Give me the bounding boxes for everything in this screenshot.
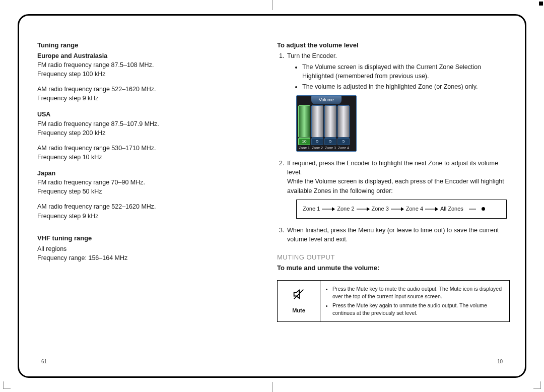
body-text: FM radio frequency range 87.5–107.9 MHz. [37,119,257,128]
page-number-right: 10 [497,359,503,364]
arrow-icon [357,207,370,212]
body-text: Frequency step 50 kHz [37,187,257,196]
crop-mark-bl [3,381,11,389]
step-text: While the Volume screen is displayed, ea… [287,178,504,194]
region-name: Europe and Australasia [37,51,257,60]
volume-bar-zone3: 5 Zone 3 [324,105,336,151]
body-text: FM radio frequency range 70–90 MHz. [37,178,257,187]
arrow-icon [425,207,438,212]
arrow-icon [322,207,335,212]
volume-screen-illustration: Volume 10 Zone 1 5 Zone 2 [296,95,357,152]
right-column: To adjust the volume level Turn the Enco… [272,41,507,366]
bullet: The Volume screen is displayed with the … [302,62,507,81]
zone-label: Zone 1 [303,205,320,213]
svg-marker-1 [332,207,335,211]
zone-label: Zone 4 [406,205,423,213]
crop-mark-top [272,0,273,10]
region-block-0: Europe and Australasia FM radio frequenc… [37,51,257,103]
svg-marker-7 [435,207,438,211]
volume-bar-zone4: 5 Zone 4 [337,105,350,151]
mute-key-cell: Mute [278,281,320,322]
svg-marker-3 [367,207,370,211]
left-column: Tuning range Europe and Australasia FM r… [37,41,272,366]
arrow-icon [391,207,404,212]
region-block-2: Japan FM radio frequency range 70–90 MHz… [37,169,257,221]
body-text: Frequency step 10 kHz [37,153,257,162]
body-text: Frequency step 200 kHz [37,128,257,138]
bullet: The volume is adjusted in the highlighte… [302,82,507,91]
zone-order-diagram: Zone 1 Zone 2 Zone 3 Zone 4 All Zones [296,200,507,219]
loop-dot-icon [482,207,485,211]
zone-label: Zone 3 [372,205,389,213]
body-text: AM radio frequency range 530–1710 MHz. [37,144,257,153]
step-1: Turn the Encoder. The Volume screen is d… [286,51,507,152]
arrow-icon [466,207,480,212]
body-text: Frequency step 9 kHz [37,212,257,221]
zone-label: All Zones [440,205,463,213]
body-text: FM radio frequency range 87.5–108 MHz. [37,60,257,70]
body-text: AM radio frequency range 522–1620 MHz. [37,202,257,211]
step-1-bullets: The Volume screen is displayed with the … [287,62,507,91]
mute-key-box: Mute Press the Mute key to mute the audi… [277,280,510,322]
region-block-1: USA FM radio frequency range 87.5–107.9 … [37,110,257,162]
heading-adjust-volume: To adjust the volume level [277,41,507,50]
crop-mark-br [533,381,541,389]
heading-mute-procedure: To mute and unmute the volume: [277,264,507,273]
body-text: All regions [37,244,257,253]
crop-mark-bottom [272,382,273,392]
volume-bar-zone1: 10 Zone 1 [298,105,310,151]
bullet: Press the Mute key to mute the audio out… [332,285,505,300]
bullet: Press the Mute key again to unmute the a… [332,302,505,317]
step-3: When finished, press the Menu key (or le… [286,226,507,244]
region-name: USA [37,110,257,119]
mute-text: Press the Mute key to mute the audio out… [320,281,509,322]
region-name: Japan [37,169,257,178]
heading-vhf: VHF tuning range [37,234,257,243]
crop-mark-tr [539,2,543,6]
step-text: Turn the Encoder. [287,52,337,59]
body-text: AM radio frequency range 522–1620 MHz. [37,85,257,94]
mute-key-label: Mute [292,307,305,315]
step-2: If required, press the Encoder to highli… [286,159,507,218]
page-number-left: 61 [41,359,47,364]
heading-tuning-range: Tuning range [37,41,257,50]
body-text: Frequency step 100 kHz [37,70,257,79]
body-text: Frequency range: 156–164 MHz [37,253,257,263]
svg-marker-5 [401,207,404,211]
body-text: Frequency step 9 kHz [37,94,257,103]
volume-bar-zone2: 5 Zone 2 [311,105,323,151]
zone-label: Zone 2 [337,205,354,213]
manual-page: Tuning range Europe and Australasia FM r… [18,14,526,378]
volume-screen-title: Volume [311,96,342,104]
heading-muting-output: MUTING OUTPUT [277,253,507,263]
step-text: If required, press the Encoder to highli… [287,160,498,176]
steps-list: Turn the Encoder. The Volume screen is d… [277,51,507,244]
step-text: When finished, press the Menu key (or le… [287,227,499,243]
mute-icon [292,287,306,304]
